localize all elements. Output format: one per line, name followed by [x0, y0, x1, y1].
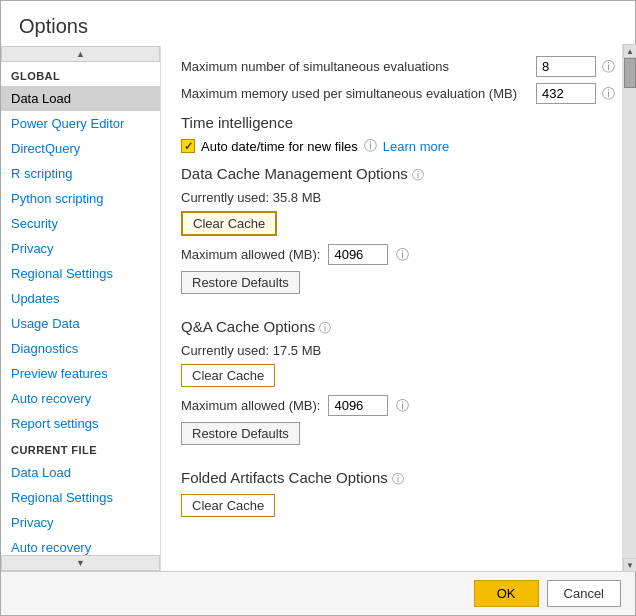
sidebar-scroll-area: GLOBAL Data LoadPower Query EditorDirect… — [1, 62, 160, 555]
right-scroll-down[interactable]: ▼ — [623, 558, 635, 571]
current-file-section-header: CURRENT FILE — [1, 436, 160, 460]
data-cache-title: Data Cache Management Options ⓘ — [181, 165, 615, 184]
qa-cache-used: Currently used: 17.5 MB — [181, 343, 615, 358]
sidebar-item-cf-regional-settings[interactable]: Regional Settings — [1, 485, 160, 510]
qa-cache-restore-button[interactable]: Restore Defaults — [181, 422, 300, 445]
sidebar-item-security[interactable]: Security — [1, 211, 160, 236]
sidebar-item-preview-features[interactable]: Preview features — [1, 361, 160, 386]
sidebar-item-regional-settings[interactable]: Regional Settings — [1, 261, 160, 286]
data-cache-max-input[interactable] — [328, 244, 388, 265]
options-dialog: Options ▲ GLOBAL Data LoadPower Query Ed… — [0, 0, 636, 616]
data-cache-max-label: Maximum allowed (MB): — [181, 247, 320, 262]
row-max-memory: Maximum memory used per simultaneous eva… — [181, 83, 615, 104]
cancel-button[interactable]: Cancel — [547, 580, 621, 607]
row1-label: Maximum number of simultaneous evaluatio… — [181, 59, 536, 74]
right-scroll-up[interactable]: ▲ — [623, 46, 635, 58]
data-cache-clear-button[interactable]: Clear Cache — [181, 211, 277, 236]
row2-input[interactable] — [536, 83, 596, 104]
sidebar-item-r-scripting[interactable]: R scripting — [1, 161, 160, 186]
sidebar-item-power-query-editor[interactable]: Power Query Editor — [1, 111, 160, 136]
global-section-header: GLOBAL — [1, 62, 160, 86]
right-scroll-track — [623, 58, 635, 558]
sidebar-item-data-load[interactable]: Data Load — [1, 86, 160, 111]
data-cache-max-row: Maximum allowed (MB): ⓘ — [181, 244, 615, 265]
data-cache-restore-button[interactable]: Restore Defaults — [181, 271, 300, 294]
folded-cache-clear-button[interactable]: Clear Cache — [181, 494, 275, 517]
row2-info-icon[interactable]: ⓘ — [602, 85, 615, 103]
data-cache-used: Currently used: 35.8 MB — [181, 190, 615, 205]
sidebar-item-python-scripting[interactable]: Python scripting — [1, 186, 160, 211]
sidebar-item-auto-recovery[interactable]: Auto recovery — [1, 386, 160, 411]
ok-button[interactable]: OK — [474, 580, 539, 607]
row-simultaneous-eval: Maximum number of simultaneous evaluatio… — [181, 56, 615, 77]
qa-cache-clear-button[interactable]: Clear Cache — [181, 364, 275, 387]
dialog-body: ▲ GLOBAL Data LoadPower Query EditorDire… — [1, 46, 635, 571]
sidebar-item-cf-auto-recovery[interactable]: Auto recovery — [1, 535, 160, 555]
auto-date-row: Auto date/time for new files ⓘ Learn mor… — [181, 137, 615, 155]
qa-cache-max-info-icon[interactable]: ⓘ — [396, 397, 409, 415]
content-scroll: Maximum number of simultaneous evaluatio… — [161, 46, 635, 571]
qa-cache-max-row: Maximum allowed (MB): ⓘ — [181, 395, 615, 416]
folded-artifacts-info-icon[interactable]: ⓘ — [392, 472, 404, 486]
sidebar-item-privacy[interactable]: Privacy — [1, 236, 160, 261]
sidebar: ▲ GLOBAL Data LoadPower Query EditorDire… — [1, 46, 161, 571]
auto-date-info-icon[interactable]: ⓘ — [364, 137, 377, 155]
sidebar-item-updates[interactable]: Updates — [1, 286, 160, 311]
qa-cache-max-input[interactable] — [328, 395, 388, 416]
learn-more-link[interactable]: Learn more — [383, 139, 449, 154]
sidebar-item-directquery[interactable]: DirectQuery — [1, 136, 160, 161]
auto-date-label: Auto date/time for new files — [201, 139, 358, 154]
qa-cache-title: Q&A Cache Options ⓘ — [181, 318, 615, 337]
right-scrollbar: ▲ ▼ — [622, 46, 635, 571]
sidebar-scroll-down[interactable]: ▼ — [1, 555, 160, 571]
row1-input[interactable] — [536, 56, 596, 77]
qa-cache-info-icon[interactable]: ⓘ — [319, 321, 331, 335]
sidebar-item-cf-privacy[interactable]: Privacy — [1, 510, 160, 535]
sidebar-item-diagnostics[interactable]: Diagnostics — [1, 336, 160, 361]
dialog-title: Options — [1, 1, 635, 46]
sidebar-item-cf-data-load[interactable]: Data Load — [1, 460, 160, 485]
data-cache-info-icon[interactable]: ⓘ — [412, 168, 424, 182]
dialog-footer: OK Cancel — [1, 571, 635, 615]
sidebar-item-report-settings[interactable]: Report settings — [1, 411, 160, 436]
qa-cache-max-label: Maximum allowed (MB): — [181, 398, 320, 413]
data-cache-max-info-icon[interactable]: ⓘ — [396, 246, 409, 264]
sidebar-scroll-up[interactable]: ▲ — [1, 46, 160, 62]
folded-artifacts-title: Folded Artifacts Cache Options ⓘ — [181, 469, 615, 488]
sidebar-item-usage-data[interactable]: Usage Data — [1, 311, 160, 336]
row1-info-icon[interactable]: ⓘ — [602, 58, 615, 76]
right-scroll-thumb[interactable] — [624, 58, 635, 88]
time-intelligence-title: Time intelligence — [181, 114, 615, 131]
auto-date-checkbox[interactable] — [181, 139, 195, 153]
content-area: Maximum number of simultaneous evaluatio… — [161, 46, 635, 571]
row2-label: Maximum memory used per simultaneous eva… — [181, 86, 536, 101]
